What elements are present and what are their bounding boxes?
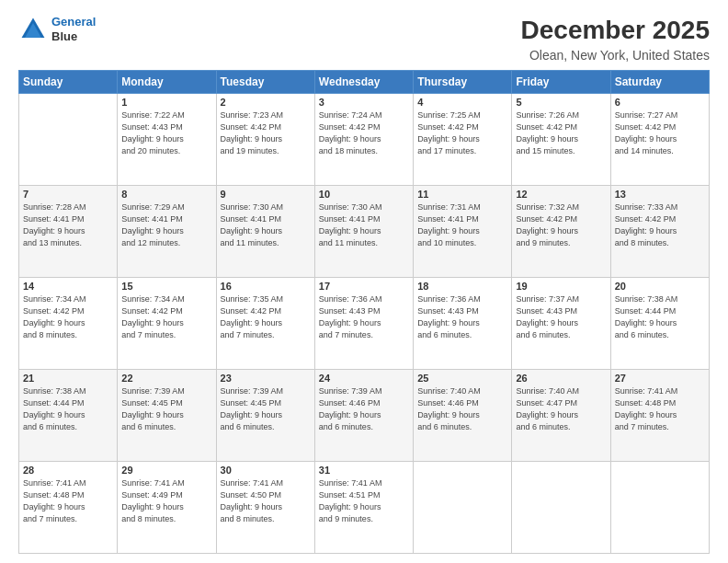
calendar-cell: 5Sunrise: 7:26 AMSunset: 4:42 PMDaylight… [512,93,610,185]
calendar-cell: 1Sunrise: 7:22 AMSunset: 4:43 PMDaylight… [118,93,216,185]
day-number: 29 [121,465,211,476]
logo: General Blue [18,15,96,44]
day-info: Sunrise: 7:32 AMSunset: 4:42 PMDaylight:… [516,201,606,249]
calendar-cell: 16Sunrise: 7:35 AMSunset: 4:42 PMDayligh… [216,277,314,369]
calendar-cell [610,461,709,553]
day-info: Sunrise: 7:30 AMSunset: 4:41 PMDaylight:… [221,201,311,249]
calendar-cell: 31Sunrise: 7:41 AMSunset: 4:51 PMDayligh… [314,461,413,553]
day-number: 25 [417,373,507,384]
calendar-cell: 19Sunrise: 7:37 AMSunset: 4:43 PMDayligh… [512,277,610,369]
day-info: Sunrise: 7:30 AMSunset: 4:41 PMDaylight:… [319,201,409,249]
day-number: 6 [615,97,705,108]
calendar-cell: 3Sunrise: 7:24 AMSunset: 4:42 PMDaylight… [314,93,413,185]
calendar-cell: 8Sunrise: 7:29 AMSunset: 4:41 PMDaylight… [118,185,216,277]
day-info: Sunrise: 7:41 AMSunset: 4:50 PMDaylight:… [221,477,311,525]
day-info: Sunrise: 7:31 AMSunset: 4:41 PMDaylight:… [417,201,507,249]
calendar-cell: 27Sunrise: 7:41 AMSunset: 4:48 PMDayligh… [610,369,709,461]
day-info: Sunrise: 7:34 AMSunset: 4:42 PMDaylight:… [121,293,211,341]
calendar-cell: 21Sunrise: 7:38 AMSunset: 4:44 PMDayligh… [19,369,118,461]
day-number: 16 [221,281,311,292]
day-info: Sunrise: 7:37 AMSunset: 4:43 PMDaylight:… [516,293,606,341]
day-number: 9 [221,189,311,200]
day-info: Sunrise: 7:33 AMSunset: 4:42 PMDaylight:… [615,201,705,249]
day-number: 30 [221,465,311,476]
day-info: Sunrise: 7:38 AMSunset: 4:44 PMDaylight:… [23,385,113,433]
day-number: 8 [121,189,211,200]
day-info: Sunrise: 7:29 AMSunset: 4:41 PMDaylight:… [121,201,211,249]
subtitle: Olean, New York, United States [521,48,710,63]
day-number: 12 [516,189,606,200]
calendar-cell: 25Sunrise: 7:40 AMSunset: 4:46 PMDayligh… [414,369,512,461]
col-header-wednesday: Wednesday [314,70,413,93]
logo-text: General Blue [51,15,96,43]
calendar-cell: 20Sunrise: 7:38 AMSunset: 4:44 PMDayligh… [610,277,709,369]
calendar-cell [512,461,610,553]
page: General Blue December 2025 Olean, New Yo… [0,0,728,563]
day-number: 14 [23,281,113,292]
calendar-cell: 22Sunrise: 7:39 AMSunset: 4:45 PMDayligh… [118,369,216,461]
day-number: 3 [319,97,409,108]
day-number: 21 [23,373,113,384]
day-info: Sunrise: 7:25 AMSunset: 4:42 PMDaylight:… [417,109,507,157]
day-number: 5 [516,97,606,108]
day-number: 20 [615,281,705,292]
calendar-cell: 12Sunrise: 7:32 AMSunset: 4:42 PMDayligh… [512,185,610,277]
day-info: Sunrise: 7:24 AMSunset: 4:42 PMDaylight:… [319,109,409,157]
day-info: Sunrise: 7:40 AMSunset: 4:47 PMDaylight:… [516,385,606,433]
day-info: Sunrise: 7:34 AMSunset: 4:42 PMDaylight:… [23,293,113,341]
day-number: 22 [121,373,211,384]
calendar-cell: 18Sunrise: 7:36 AMSunset: 4:43 PMDayligh… [414,277,512,369]
calendar-cell: 14Sunrise: 7:34 AMSunset: 4:42 PMDayligh… [19,277,118,369]
day-info: Sunrise: 7:36 AMSunset: 4:43 PMDaylight:… [319,293,409,341]
day-info: Sunrise: 7:41 AMSunset: 4:48 PMDaylight:… [23,477,113,525]
day-number: 24 [319,373,409,384]
calendar-cell: 23Sunrise: 7:39 AMSunset: 4:45 PMDayligh… [216,369,314,461]
day-number: 10 [319,189,409,200]
day-info: Sunrise: 7:35 AMSunset: 4:42 PMDaylight:… [221,293,311,341]
calendar-cell: 15Sunrise: 7:34 AMSunset: 4:42 PMDayligh… [118,277,216,369]
day-info: Sunrise: 7:39 AMSunset: 4:46 PMDaylight:… [319,385,409,433]
calendar-cell: 30Sunrise: 7:41 AMSunset: 4:50 PMDayligh… [216,461,314,553]
calendar-cell: 7Sunrise: 7:28 AMSunset: 4:41 PMDaylight… [19,185,118,277]
day-info: Sunrise: 7:26 AMSunset: 4:42 PMDaylight:… [516,109,606,157]
day-number: 13 [615,189,705,200]
calendar-cell: 29Sunrise: 7:41 AMSunset: 4:49 PMDayligh… [118,461,216,553]
day-number: 7 [23,189,113,200]
calendar-cell: 17Sunrise: 7:36 AMSunset: 4:43 PMDayligh… [314,277,413,369]
calendar-cell: 24Sunrise: 7:39 AMSunset: 4:46 PMDayligh… [314,369,413,461]
day-info: Sunrise: 7:40 AMSunset: 4:46 PMDaylight:… [417,385,507,433]
col-header-friday: Friday [512,70,610,93]
day-info: Sunrise: 7:41 AMSunset: 4:48 PMDaylight:… [615,385,705,433]
header: General Blue December 2025 Olean, New Yo… [18,15,710,63]
day-number: 31 [319,465,409,476]
day-info: Sunrise: 7:39 AMSunset: 4:45 PMDaylight:… [221,385,311,433]
day-number: 11 [417,189,507,200]
day-info: Sunrise: 7:36 AMSunset: 4:43 PMDaylight:… [417,293,507,341]
calendar-cell: 4Sunrise: 7:25 AMSunset: 4:42 PMDaylight… [414,93,512,185]
day-number: 17 [319,281,409,292]
calendar-cell: 9Sunrise: 7:30 AMSunset: 4:41 PMDaylight… [216,185,314,277]
col-header-saturday: Saturday [610,70,709,93]
calendar-table: SundayMondayTuesdayWednesdayThursdayFrid… [18,70,710,554]
day-number: 2 [221,97,311,108]
calendar-cell: 2Sunrise: 7:23 AMSunset: 4:42 PMDaylight… [216,93,314,185]
calendar-cell: 11Sunrise: 7:31 AMSunset: 4:41 PMDayligh… [414,185,512,277]
day-number: 4 [417,97,507,108]
day-info: Sunrise: 7:39 AMSunset: 4:45 PMDaylight:… [121,385,211,433]
day-info: Sunrise: 7:22 AMSunset: 4:43 PMDaylight:… [121,109,211,157]
title-block: December 2025 Olean, New York, United St… [521,15,710,63]
calendar-cell [19,93,118,185]
col-header-thursday: Thursday [414,70,512,93]
day-info: Sunrise: 7:41 AMSunset: 4:49 PMDaylight:… [121,477,211,525]
calendar-cell: 13Sunrise: 7:33 AMSunset: 4:42 PMDayligh… [610,185,709,277]
day-info: Sunrise: 7:41 AMSunset: 4:51 PMDaylight:… [319,477,409,525]
col-header-sunday: Sunday [19,70,118,93]
day-info: Sunrise: 7:28 AMSunset: 4:41 PMDaylight:… [23,201,113,249]
calendar-cell: 10Sunrise: 7:30 AMSunset: 4:41 PMDayligh… [314,185,413,277]
logo-icon [18,15,48,44]
day-number: 23 [221,373,311,384]
main-title: December 2025 [521,15,710,46]
day-info: Sunrise: 7:38 AMSunset: 4:44 PMDaylight:… [615,293,705,341]
day-number: 27 [615,373,705,384]
calendar-cell: 6Sunrise: 7:27 AMSunset: 4:42 PMDaylight… [610,93,709,185]
